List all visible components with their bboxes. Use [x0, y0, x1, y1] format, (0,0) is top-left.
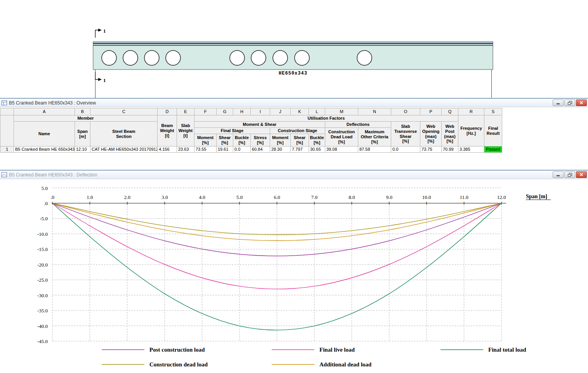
header-beam-weight: Beam Weight [t]: [158, 115, 177, 146]
column-letter: K: [291, 108, 309, 115]
window-controls: [553, 99, 587, 106]
legend-label: Construction dead load: [149, 361, 208, 368]
legend-label: Final total load: [488, 347, 526, 353]
cell-frequency[interactable]: 3.385: [458, 146, 484, 153]
web-opening-circle: [230, 51, 245, 65]
minimize-button[interactable]: [553, 99, 564, 106]
close-button[interactable]: [576, 99, 587, 106]
chart-grid: [52, 188, 501, 342]
header-slab-transverse-shear: Slab Transverse Shear [%]: [391, 122, 420, 146]
corner-cell: [0, 108, 14, 115]
row-number[interactable]: 1: [0, 146, 14, 153]
header-constr-shear: Shear [%]: [291, 134, 309, 146]
x-tick-label: 1.0: [87, 194, 93, 200]
header-final-stress: Stress [%]: [251, 134, 270, 146]
overview-window-title: B5 Cranked Beam HE650x343 : Overview: [9, 100, 96, 106]
x-tick-label: 6.0: [274, 194, 280, 200]
y-tick-label: -40.0: [37, 323, 48, 329]
y-tick-label: -25.0: [37, 277, 48, 283]
web-opening-circle: [144, 51, 159, 65]
header-construction-stage: Construction Stage: [270, 128, 325, 134]
deflection-chart: .01.02.03.04.05.06.07.08.09.010.011.012.…: [0, 179, 588, 373]
legend-label: Post construction load: [149, 347, 205, 353]
x-tick-label: 8.0: [349, 194, 355, 200]
column-letter: D: [158, 108, 177, 115]
cell-constr-moment[interactable]: 28.30: [270, 146, 291, 153]
x-tick-label: 7.0: [311, 194, 317, 200]
section-marker-top: 1: [95, 28, 106, 38]
legend-label: Final live load: [319, 347, 355, 353]
minimize-icon: [556, 101, 560, 105]
cell-slab-transverse[interactable]: 0.0: [391, 146, 420, 153]
overview-results-table: A B C D E F G H I J K L M N O P Q R S Me…: [0, 108, 502, 153]
cell-constr-buckle[interactable]: 30.65: [309, 146, 325, 153]
legend-item: Post construction load: [102, 347, 205, 353]
y-tick-label: -35.0: [37, 308, 48, 314]
cell-web-opening[interactable]: 73.75: [420, 146, 442, 153]
deflection-titlebar[interactable]: B5 Cranked Beam HE650x343 : Deflection: [0, 171, 588, 179]
header-final-shear: Shear [%]: [217, 134, 233, 146]
window-icon: [2, 100, 7, 105]
cell-section[interactable]: CAT HE-AM HE650x343 20170912: [90, 146, 158, 153]
web-opening-circle: [357, 51, 372, 65]
cell-final-shear[interactable]: 19.61: [217, 146, 233, 153]
cell-slab-weight[interactable]: 23.63: [177, 146, 194, 153]
window-controls: [553, 171, 587, 178]
cell-span[interactable]: 12.10: [75, 146, 90, 153]
x-tick-label: 5.0: [236, 194, 243, 200]
cell-defl-max-other[interactable]: 87.58: [358, 146, 391, 153]
y-tick-label: -15.0: [37, 246, 48, 252]
cell-constr-shear[interactable]: 7.797: [291, 146, 309, 153]
y-tick-label: -10.0: [37, 231, 48, 237]
header-final-result: Final Result: [484, 115, 502, 146]
column-letter: F: [194, 108, 217, 115]
deflection-window-title: B5 Cranked Beam HE650x343 : Deflection: [9, 172, 97, 178]
minimize-button[interactable]: [553, 171, 564, 178]
cell-final-stress[interactable]: 60.84: [251, 146, 270, 153]
column-letter: G: [217, 108, 233, 115]
column-letter: P: [420, 108, 442, 115]
x-tick-label: 3.0: [161, 194, 168, 200]
web-opening-circle: [273, 51, 288, 65]
header-constr-moment: Moment [%]: [270, 134, 291, 146]
column-letter: A: [14, 108, 75, 115]
cell-web-post[interactable]: 70.99: [442, 146, 458, 153]
cell-beam-weight[interactable]: 4.156: [158, 146, 177, 153]
header-construction-dead-load: Construction Dead Load [%]: [325, 128, 358, 146]
web-opening-circle: [295, 51, 309, 65]
column-letter: M: [325, 108, 358, 115]
x-tick-label: 2.0: [124, 194, 130, 200]
y-tick-label: -30.0: [37, 293, 48, 298]
final-result-cell[interactable]: Passed: [484, 146, 502, 153]
x-tick-label: 9.0: [386, 194, 392, 200]
y-tick-label: 5.0: [42, 185, 48, 191]
header-moment-shear: Moment & Shear: [194, 122, 325, 128]
restore-button[interactable]: [564, 99, 575, 106]
web-opening-circle: [102, 51, 116, 65]
deflection-window: B5 Cranked Beam HE650x343 : Deflection .…: [0, 170, 588, 373]
series-construction-dead-load: [52, 203, 501, 235]
legend-item: Construction dead load: [102, 361, 208, 368]
overview-titlebar[interactable]: B5 Cranked Beam HE650x343 : Overview: [0, 99, 588, 107]
cell-final-moment[interactable]: 73.55: [194, 146, 217, 153]
cell-final-buckle[interactable]: 0.0: [233, 146, 251, 153]
close-button[interactable]: [576, 171, 587, 178]
x-tick-label: 11.0: [460, 194, 468, 200]
column-letter: J: [270, 108, 291, 115]
restore-icon: [568, 101, 572, 105]
web-opening-circle: [166, 51, 180, 65]
column-letter: B: [75, 108, 90, 115]
header-final-buckle: Buckle [%]: [233, 134, 251, 146]
column-letter: S: [484, 108, 502, 115]
cell-name[interactable]: B5 Cranked Beam HE 650x343: [14, 146, 75, 153]
restore-button[interactable]: [564, 171, 575, 178]
header-final-stage: Final Stage: [194, 128, 270, 134]
x-tick-label: 12.0: [497, 194, 506, 200]
header-member: Member: [14, 115, 158, 122]
legend-item: Final total load: [441, 347, 526, 353]
column-letter: E: [177, 108, 194, 115]
y-tick-label: .0: [44, 200, 48, 206]
column-letter: N: [358, 108, 391, 115]
cell-defl-construction[interactable]: 39.08: [325, 146, 358, 153]
close-icon: [579, 101, 583, 105]
